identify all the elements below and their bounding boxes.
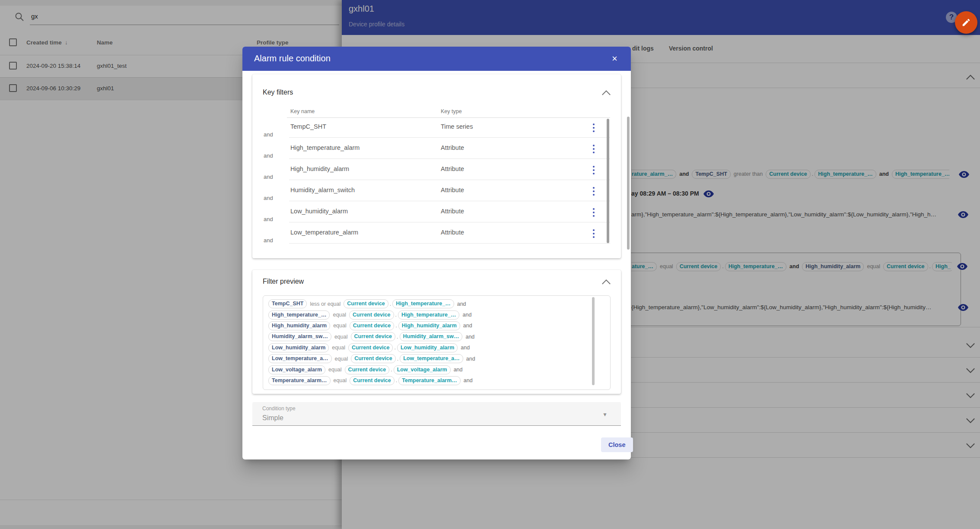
value-chip: High_temperature_… bbox=[398, 310, 459, 320]
key-name: High_humidity_alarm bbox=[290, 165, 349, 172]
condition-type-value: Simple bbox=[262, 414, 283, 422]
divider bbox=[289, 137, 610, 138]
source-chip: Current device bbox=[349, 310, 394, 320]
key-chip: Temperature_alarm… bbox=[268, 376, 331, 385]
dot-separator: . bbox=[391, 367, 392, 373]
joiner-label: and bbox=[461, 345, 470, 351]
dropdown-arrow-icon: ▼ bbox=[602, 412, 608, 418]
key-chip: Humidity_alarm_sw… bbox=[268, 332, 331, 341]
collapse-filter-preview-icon[interactable] bbox=[602, 279, 611, 288]
key-chip: Low_temperature_a… bbox=[268, 354, 332, 363]
collapse-key-filters-icon[interactable] bbox=[602, 90, 611, 99]
row-menu-icon[interactable] bbox=[593, 124, 595, 134]
value-chip: Low_humidity_alarm bbox=[397, 343, 458, 352]
joiner-label: and bbox=[264, 152, 273, 159]
divider bbox=[289, 222, 610, 222]
preview-row: High_humidity_alarm equal Current device… bbox=[263, 320, 610, 331]
dialog-scrollbar[interactable] bbox=[627, 117, 630, 250]
dot-separator: . bbox=[397, 334, 398, 340]
joiner-label: and bbox=[264, 174, 273, 180]
operator-label: equal bbox=[328, 367, 342, 373]
joiner-label: and bbox=[465, 334, 474, 340]
column-key-name: Key name bbox=[290, 108, 315, 114]
row-menu-icon[interactable] bbox=[593, 145, 595, 155]
operator-label: equal bbox=[335, 356, 348, 362]
divider bbox=[289, 243, 610, 244]
key-type: Attribute bbox=[441, 187, 464, 193]
value-chip: Humidity_alarm_sw… bbox=[400, 332, 463, 341]
key-name: Humidity_alarm_switch bbox=[290, 187, 355, 193]
joiner-label: and bbox=[264, 216, 273, 222]
source-chip: Current device bbox=[348, 343, 393, 352]
row-menu-icon[interactable] bbox=[593, 166, 595, 176]
joiner-label: and bbox=[454, 367, 463, 373]
value-chip: Low_temperature_a… bbox=[400, 354, 463, 363]
divider bbox=[287, 117, 610, 118]
row-menu-icon[interactable] bbox=[593, 208, 595, 219]
pencil-icon bbox=[961, 18, 971, 27]
key-chip: Low_voltage_alarm bbox=[268, 365, 325, 374]
operator-label: equal bbox=[334, 377, 347, 383]
operator-label: equal bbox=[333, 312, 346, 318]
joiner-label: and bbox=[462, 312, 471, 318]
source-chip: Current device bbox=[350, 321, 395, 330]
preview-row: Low_voltage_alarm equal Current device .… bbox=[263, 364, 610, 375]
divider bbox=[289, 180, 610, 180]
dot-separator: . bbox=[394, 345, 395, 351]
row-menu-icon[interactable] bbox=[593, 187, 595, 197]
value-chip: High_temperature_… bbox=[392, 299, 454, 308]
joiner-label: and bbox=[457, 301, 466, 307]
joiner-label: and bbox=[466, 356, 475, 362]
key-type: Attribute bbox=[441, 229, 464, 236]
value-chip: Low_voltage_alarm bbox=[394, 365, 451, 374]
dot-separator: . bbox=[395, 323, 397, 329]
condition-type-label: Condition type bbox=[262, 405, 296, 412]
column-key-type: Key type bbox=[441, 108, 462, 114]
filter-preview-card: Filter preview TempC_SHT less or equal C… bbox=[252, 270, 621, 394]
key-type: Attribute bbox=[441, 208, 464, 215]
dot-separator: . bbox=[397, 356, 398, 362]
table-scrollbar[interactable] bbox=[607, 119, 609, 243]
edit-fab-button[interactable] bbox=[955, 11, 977, 34]
divider bbox=[289, 158, 610, 159]
value-chip: High_humidity_alarm bbox=[398, 321, 460, 330]
source-chip: Current device bbox=[345, 365, 390, 374]
filter-preview-box: TempC_SHT less or equal Current device .… bbox=[263, 295, 611, 390]
key-chip: Low_humidity_alarm bbox=[268, 343, 329, 352]
row-menu-icon[interactable] bbox=[593, 229, 595, 240]
preview-row: TempC_SHT less or equal Current device .… bbox=[263, 298, 610, 309]
joiner-label: and bbox=[264, 237, 273, 244]
source-chip: Current device bbox=[350, 376, 395, 385]
key-name: Low_temperature_alarm bbox=[290, 229, 358, 236]
screen: gx Created time ↓ Name Profile type 2024… bbox=[0, 0, 980, 529]
dialog-title: Alarm rule condition bbox=[254, 54, 331, 63]
condition-type-select[interactable]: Condition type Simple ▼ bbox=[252, 402, 621, 426]
key-type: Time series bbox=[441, 123, 473, 130]
operator-label: equal bbox=[332, 345, 345, 351]
preview-scrollbar[interactable] bbox=[592, 297, 595, 385]
divider bbox=[289, 201, 610, 201]
filter-preview-title: Filter preview bbox=[263, 278, 304, 285]
source-chip: Current device bbox=[351, 354, 396, 363]
source-chip: Current device bbox=[344, 299, 388, 308]
joiner-label: and bbox=[264, 131, 273, 138]
preview-row: Humidity_alarm_sw… equal Current device … bbox=[263, 331, 610, 342]
dot-separator: . bbox=[395, 312, 397, 318]
alarm-rule-condition-dialog: Alarm rule condition × Key filters Key n… bbox=[242, 47, 631, 459]
preview-row: High_temperature_… equal Current device … bbox=[263, 309, 610, 320]
key-chip: High_temperature_… bbox=[268, 310, 330, 320]
dialog-header: Alarm rule condition × bbox=[242, 47, 631, 71]
key-name: Low_humidity_alarm bbox=[290, 208, 348, 215]
close-button[interactable]: Close bbox=[601, 437, 633, 452]
joiner-label: and bbox=[264, 195, 273, 201]
key-type: Attribute bbox=[441, 144, 464, 151]
key-type: Attribute bbox=[441, 165, 464, 172]
operator-label: equal bbox=[333, 323, 347, 329]
key-name: High_temperature_alarm bbox=[290, 144, 360, 151]
value-chip: Temperature_alarm… bbox=[398, 376, 461, 385]
operator-label: less or equal bbox=[310, 301, 340, 307]
dialog-close-icon[interactable]: × bbox=[612, 53, 617, 64]
operator-label: equal bbox=[334, 334, 348, 340]
key-name: TempC_SHT bbox=[290, 123, 326, 130]
joiner-label: and bbox=[464, 377, 473, 383]
